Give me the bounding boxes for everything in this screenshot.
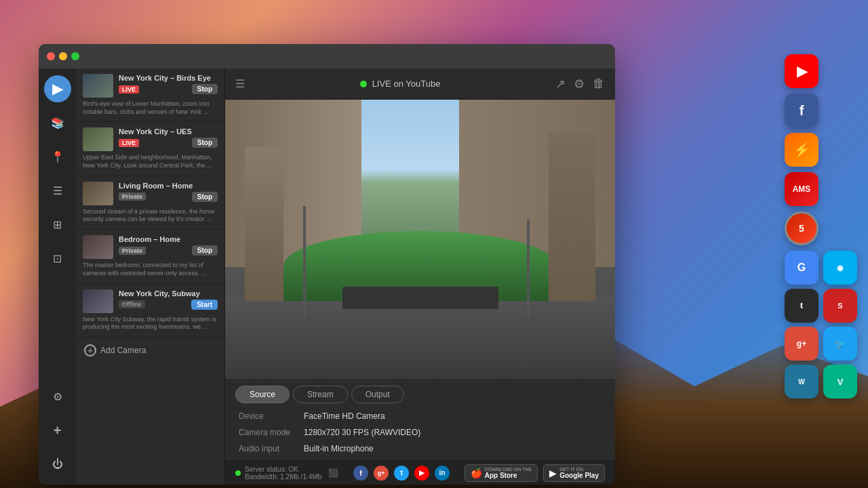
camera-desc-1: Bird's-eye view of Lower Manhattan, zoom…	[83, 100, 218, 116]
sidebar-item-location[interactable]: 📍	[44, 143, 71, 170]
maximize-button[interactable]	[71, 52, 79, 60]
s-app-icon[interactable]: S	[823, 289, 857, 323]
sidebar-item-settings[interactable]: ⚙	[44, 383, 71, 410]
googleplay-icon: ▶	[549, 468, 557, 479]
menu-icon[interactable]: ☰	[235, 77, 245, 90]
camera-item-living-room[interactable]: Living Room – Home Private Stop Secured …	[76, 176, 224, 230]
googleplay-sub-label: GET IT ON	[559, 467, 599, 472]
tab-stream[interactable]: Stream	[293, 386, 348, 403]
app-body: ▶ 📚 📍 ☰ ⊞ ⊡ ⚙ + ⏻ New York City – Birds …	[39, 68, 615, 485]
lightning-app-icon[interactable]: ⚡	[785, 133, 818, 167]
sidebar-item-video[interactable]: ⊡	[44, 245, 71, 272]
sidebar-item-logo[interactable]: ▶	[44, 75, 71, 102]
audio-input-label: Audio input	[239, 444, 290, 453]
screen-icon: ⬛	[328, 468, 338, 478]
social-icons-row: f g+ t ▶ in	[338, 466, 464, 481]
camera-item-ues[interactable]: New York City – UES LIVE Stop Upper East…	[76, 122, 224, 176]
status-dot	[235, 470, 241, 476]
minimize-button[interactable]	[59, 52, 67, 60]
camera-name-2: New York City – UES	[119, 127, 218, 136]
facebook-icon-label: f	[800, 103, 804, 119]
camera-desc-5: New York City Subway, the rapid transit …	[83, 316, 218, 331]
camera-name-1: New York City – Birds Eye	[119, 74, 218, 82]
camera-desc-2: Upper East Side and neighborhood, Manhat…	[83, 154, 218, 169]
camera-stop-btn-4[interactable]: Stop	[192, 245, 218, 256]
add-camera-label: Add Camera	[100, 346, 146, 355]
delete-icon[interactable]: 🗑	[593, 77, 605, 91]
facebook-app-icon[interactable]: f	[785, 94, 818, 127]
main-content: ☰ LIVE on YouTube ↗ ⚙ 🗑	[225, 68, 615, 485]
social-linkedin-icon[interactable]: in	[435, 466, 450, 481]
live-dot	[360, 81, 367, 87]
google-app-icon[interactable]: G	[785, 251, 818, 285]
device-info-grid: Device FaceTime HD Camera Camera mode 12…	[235, 411, 605, 453]
camera-status-3: Private	[119, 192, 146, 201]
vine-app-icon[interactable]: V	[823, 365, 857, 399]
sidebar-item-list[interactable]: ☰	[44, 177, 71, 204]
speed5-icon-label: 5	[799, 223, 804, 234]
twitter-app-icon[interactable]: 🐦	[823, 327, 857, 361]
camera-list-panel: New York City – Birds Eye LIVE Stop Bird…	[76, 68, 225, 485]
settings-icon[interactable]: ⚙	[574, 77, 585, 92]
tab-output[interactable]: Output	[351, 386, 404, 403]
traffic-lights	[47, 52, 79, 60]
sidebar-nav: ▶ 📚 📍 ☰ ⊞ ⊡ ⚙ + ⏻	[39, 68, 76, 485]
ams-app-icon[interactable]: AMS	[785, 172, 818, 206]
device-value: FaceTime HD Camera	[304, 411, 601, 421]
social-twitter-icon[interactable]: t	[394, 466, 409, 481]
lightning-icon-label: ⚡	[793, 142, 810, 158]
camera-mode-value: 868x488 30 FPS (RAWVIDEO)	[304, 428, 601, 437]
camera-desc-4: The master bedroom, connected to my list…	[83, 262, 218, 277]
status-left: Server status: OK Bandwidth: 1.2Mb /1.4M…	[235, 466, 338, 481]
add-camera-icon: +	[84, 344, 96, 357]
add-camera-button[interactable]: + Add Camera	[76, 338, 224, 363]
tab-source[interactable]: Source	[235, 386, 290, 403]
googleplay-name-label: Google Play	[559, 472, 599, 479]
ams-icon-label: AMS	[793, 184, 811, 194]
appstore-button[interactable]: 🍎 Download on the App Store	[465, 464, 538, 482]
server-status-label: Server status: OK	[245, 466, 298, 473]
social-googleplus-icon[interactable]: g+	[374, 466, 389, 481]
camera-name-5: New York City, Subway	[119, 289, 218, 298]
camera-item-subway[interactable]: New York City, Subway Offline Start New …	[76, 284, 224, 338]
audio-input-value: Built-in Microphone	[304, 444, 601, 453]
camera-name-3: Living Room – Home	[119, 182, 218, 190]
camera-stop-btn-1[interactable]: Stop	[192, 84, 218, 94]
social-facebook-icon[interactable]: f	[353, 466, 368, 481]
googleplay-button[interactable]: ▶ GET IT ON Google Play	[543, 464, 605, 482]
sidebar-item-grid[interactable]: ⊞	[44, 211, 71, 238]
status-bar: Server status: OK Bandwidth: 1.2Mb /1.4M…	[225, 460, 615, 485]
app-window: ▶ 📚 📍 ☰ ⊞ ⊡ ⚙ + ⏻ New York City – Birds …	[39, 44, 615, 485]
camera-status-5: Offline	[119, 300, 145, 308]
cloud-app-icon[interactable]: ◉	[823, 251, 857, 285]
device-label: Device	[239, 411, 290, 421]
camera-status-4: Private	[119, 247, 146, 255]
sidebar-item-power[interactable]: ⏻	[44, 451, 71, 478]
camera-item-bedroom[interactable]: Bedroom – Home Private Stop The master b…	[76, 230, 224, 283]
title-bar	[39, 44, 615, 68]
sidebar-item-add[interactable]: +	[44, 417, 71, 444]
camera-start-btn-5[interactable]: Start	[191, 300, 218, 310]
camera-stop-btn-2[interactable]: Stop	[192, 138, 218, 148]
live-platform-label: LIVE on YouTube	[372, 79, 441, 89]
youtube-app-icon[interactable]: ▶	[785, 54, 818, 88]
camera-stop-btn-3[interactable]: Stop	[192, 192, 218, 202]
bottom-panel: Source Stream Output Device FaceTime HD …	[225, 379, 615, 460]
appstore-name-label: App Store	[485, 472, 532, 479]
sidebar-item-cameras[interactable]: 📚	[44, 109, 71, 136]
server-status-text: Server status: OK Bandwidth: 1.2Mb /1.4M…	[245, 466, 321, 481]
speed5-app-icon[interactable]: 5	[785, 211, 818, 245]
store-buttons-row: 🍎 Download on the App Store ▶ GET IT ON …	[465, 464, 605, 482]
apple-icon: 🍎	[471, 468, 482, 479]
youtube-icon-label: ▶	[797, 63, 807, 79]
camera-mode-label: Camera mode	[239, 428, 290, 437]
close-button[interactable]	[47, 52, 55, 60]
googleplus-app-icon[interactable]: g+	[785, 327, 818, 361]
camera-desc-3: Secured stream of a private residence, t…	[83, 208, 218, 224]
camera-item-birds-eye[interactable]: New York City – Birds Eye LIVE Stop Bird…	[76, 68, 224, 122]
tumblr-app-icon[interactable]: t	[785, 289, 818, 323]
social-youtube-icon[interactable]: ▶	[414, 466, 429, 481]
wordpress-app-icon[interactable]: W	[785, 365, 818, 399]
share-icon[interactable]: ↗	[555, 77, 566, 92]
camera-status-1: LIVE	[119, 85, 139, 94]
